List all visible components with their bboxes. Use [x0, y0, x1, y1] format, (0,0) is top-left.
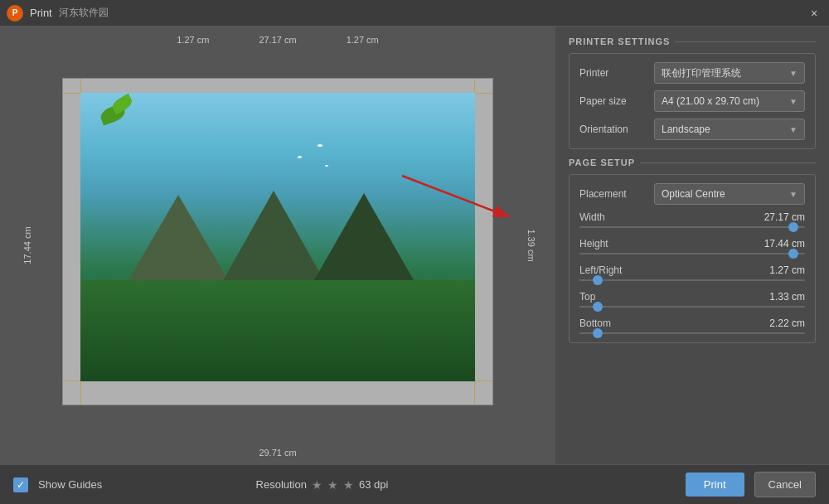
paper-size-dropdown-arrow: ▼	[789, 97, 797, 106]
bird-1	[298, 156, 302, 159]
main-content: 1.27 cm 27.17 cm 1.27 cm	[0, 27, 829, 464]
height-slider-track	[579, 253, 805, 254]
ruler-top-container: 1.27 cm 27.17 cm 1.27 cm	[0, 35, 555, 45]
printer-row: Printer 联创打印管理系统 ▼	[579, 62, 805, 84]
placement-select[interactable]: Optical Centre ▼	[654, 183, 805, 205]
top-value: 1.33 cm	[769, 291, 805, 303]
width-slider-fill	[579, 226, 793, 228]
watermark-text: 河东软件园	[59, 6, 109, 20]
height-value: 17.44 cm	[764, 238, 805, 250]
height-slider-fill	[579, 253, 793, 254]
star-3: ★	[343, 478, 354, 492]
placement-value: Optical Centre	[662, 188, 725, 200]
paper-size-value: A4 (21.00 x 29.70 cm)	[662, 95, 759, 107]
top-slider-track	[579, 306, 805, 308]
page-setup-section: PAGE SETUP Placement Optical Centre ▼ Wi…	[569, 158, 816, 343]
top-row: Top 1.33 cm	[579, 291, 805, 308]
bottom-bar: ✓ Show Guides Resolution ★ ★ ★ 63 dpi Pr…	[0, 464, 829, 504]
ruler-top-center: 27.17 cm	[259, 35, 296, 45]
width-header: Width 27.17 cm	[579, 211, 805, 223]
show-guides-checkbox[interactable]: ✓	[13, 477, 28, 492]
height-label: Height	[579, 238, 608, 250]
title-bar: P Print 河东软件园 ×	[0, 0, 829, 27]
bird-3	[325, 165, 328, 167]
landscape-image	[80, 93, 475, 381]
ruler-right: 1.39 cm	[526, 229, 536, 261]
print-button[interactable]: Print	[686, 472, 744, 497]
star-2: ★	[327, 478, 338, 492]
ruler-bottom: 29.71 cm	[259, 448, 296, 458]
bird-2	[318, 144, 322, 147]
paper-size-select[interactable]: A4 (21.00 x 29.70 cm) ▼	[654, 90, 805, 112]
show-guides-label: Show Guides	[38, 478, 102, 491]
printer-dropdown-arrow: ▼	[789, 69, 797, 78]
width-row: Width 27.17 cm	[579, 211, 805, 228]
placement-row: Placement Optical Centre ▼	[579, 183, 805, 205]
bottom-slider-thumb[interactable]	[593, 328, 603, 338]
left-right-row: Left/Right 1.27 cm	[579, 264, 805, 281]
top-header: Top 1.33 cm	[579, 291, 805, 303]
page-setup-header: PAGE SETUP	[569, 158, 816, 167]
foliage	[80, 280, 475, 381]
orientation-select[interactable]: Landscape ▼	[654, 119, 805, 140]
width-value: 27.17 cm	[764, 211, 805, 223]
ruler-left: 17.44 cm	[22, 226, 32, 264]
left-right-value: 1.27 cm	[769, 264, 805, 276]
paper-size-label: Paper size	[579, 95, 654, 107]
orientation-row: Orientation Landscape ▼	[579, 119, 805, 140]
close-button[interactable]: ×	[806, 5, 822, 22]
orientation-value: Landscape	[662, 124, 710, 135]
title-bar-left: P Print 河东软件园	[7, 5, 109, 22]
app-icon: P	[7, 5, 23, 22]
printer-settings-label: PRINTER SETTINGS	[569, 36, 670, 46]
height-slider-thumb[interactable]	[788, 249, 798, 259]
printer-settings-header: PRINTER SETTINGS	[569, 36, 816, 46]
paper-size-row: Paper size A4 (21.00 x 29.70 cm) ▼	[579, 90, 805, 112]
printer-select[interactable]: 联创打印管理系统 ▼	[654, 62, 805, 84]
orientation-label: Orientation	[579, 124, 654, 135]
bottom-row: Bottom 2.22 cm	[579, 317, 805, 334]
top-label: Top	[579, 291, 595, 303]
bottom-value: 2.22 cm	[769, 317, 805, 329]
page-container	[62, 78, 493, 405]
orientation-dropdown-arrow: ▼	[789, 125, 797, 134]
placement-dropdown-arrow: ▼	[789, 190, 797, 199]
title-text: Print	[30, 7, 52, 19]
width-slider-track	[579, 226, 805, 228]
right-panel: PRINTER SETTINGS Printer 联创打印管理系统 ▼ Pape…	[555, 27, 829, 464]
left-right-slider-thumb[interactable]	[593, 275, 603, 285]
printer-settings-section: PRINTER SETTINGS Printer 联创打印管理系统 ▼ Pape…	[569, 36, 816, 149]
star-1: ★	[312, 478, 322, 492]
height-row: Height 17.44 cm	[579, 238, 805, 254]
bottom-label: Bottom	[579, 317, 611, 329]
preview-area: 1.27 cm 27.17 cm 1.27 cm	[0, 27, 555, 464]
left-right-slider-track	[579, 279, 805, 281]
resolution-label: Resolution	[256, 478, 307, 491]
bottom-header: Bottom 2.22 cm	[579, 317, 805, 329]
left-right-label: Left/Right	[579, 264, 622, 276]
page-setup-label: PAGE SETUP	[569, 158, 635, 167]
width-label: Width	[579, 211, 605, 223]
printer-settings-box: Printer 联创打印管理系统 ▼ Paper size A4 (21.00 …	[569, 53, 816, 149]
top-slider-thumb[interactable]	[593, 302, 603, 312]
ruler-top-left: 1.27 cm	[177, 35, 209, 45]
print-image	[80, 93, 475, 381]
placement-label: Placement	[579, 188, 654, 200]
printer-value: 联创打印管理系统	[662, 66, 741, 80]
page-setup-box: Placement Optical Centre ▼ Width 27.17 c…	[569, 174, 816, 343]
bottom-slider-track	[579, 332, 805, 334]
width-slider-thumb[interactable]	[788, 222, 798, 232]
height-header: Height 17.44 cm	[579, 238, 805, 250]
ruler-top-right: 1.27 cm	[347, 35, 379, 45]
left-right-header: Left/Right 1.27 cm	[579, 264, 805, 276]
resolution-section: Resolution ★ ★ ★ 63 dpi	[256, 478, 389, 492]
cancel-button[interactable]: Cancel	[754, 472, 816, 497]
dpi-value: 63 dpi	[359, 478, 388, 491]
printer-label: Printer	[579, 67, 654, 79]
